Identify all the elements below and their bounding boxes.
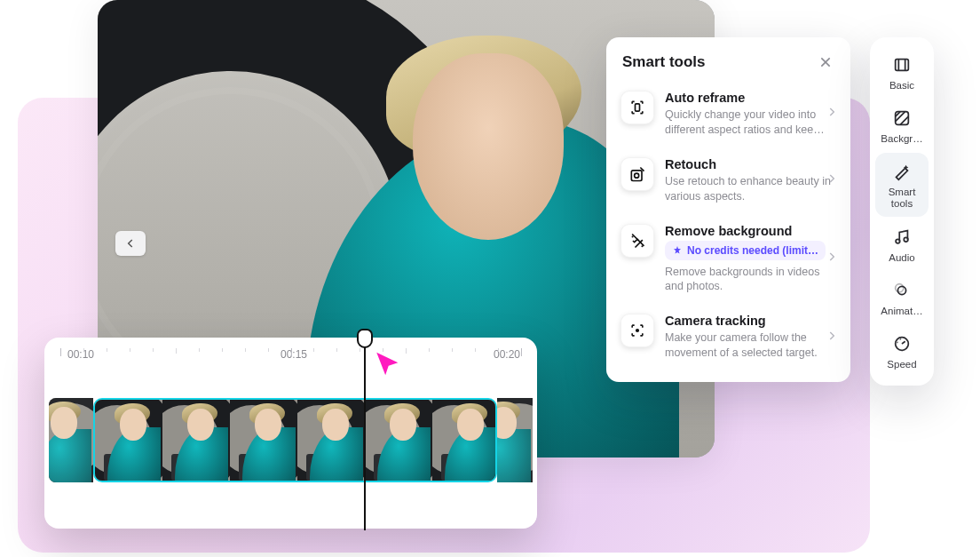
smart-tools-icon [892, 162, 912, 181]
nav-audio[interactable]: Audio [875, 219, 929, 270]
nav-label: Speed [887, 359, 916, 370]
remove-background-icon [620, 224, 654, 258]
right-nav: Basic Backgr… Smart tools Audio Animat… … [870, 37, 934, 386]
svg-rect-7 [631, 171, 642, 181]
auto-reframe-icon [620, 91, 654, 124]
svg-point-14 [896, 240, 900, 244]
clip-thumbnail [432, 400, 497, 481]
background-icon [892, 108, 912, 128]
timeline-ruler[interactable]: 00:10 00:15 00:20 [44, 338, 537, 382]
video-clip[interactable] [93, 398, 497, 482]
panel-title: Smart tools [622, 53, 706, 71]
retouch-icon [620, 157, 654, 191]
nav-basic[interactable]: Basic [875, 46, 929, 98]
timeline-panel: 00:10 00:15 00:20 [44, 338, 537, 529]
svg-point-8 [635, 173, 639, 178]
timeline-track-area[interactable] [44, 398, 537, 487]
smart-tools-panel: Smart tools Auto reframe Quickly change … [606, 37, 850, 382]
clip-thumbnail [230, 400, 297, 481]
svg-point-9 [632, 235, 634, 237]
cursor-pointer-icon [373, 350, 403, 380]
nav-label: Animat… [881, 306, 922, 316]
nav-smart-tools[interactable]: Smart tools [875, 153, 929, 217]
svg-point-11 [636, 329, 639, 332]
camera-tracking-icon [620, 314, 654, 347]
svg-point-15 [904, 238, 908, 243]
tool-camera-tracking[interactable]: Camera tracking Make your camera follow … [619, 305, 838, 370]
badge-text: No credits needed (limit… [687, 244, 818, 257]
nav-animation[interactable]: Animat… [875, 272, 929, 323]
nav-speed[interactable]: Speed [875, 325, 929, 377]
nav-label: Smart tools [877, 187, 927, 210]
no-credits-badge: No credits needed (limit… [665, 241, 826, 260]
tool-retouch[interactable]: Retouch Use retouch to enhance beauty in… [619, 148, 838, 213]
scene-person-head [413, 53, 564, 240]
nav-background[interactable]: Backgr… [875, 99, 929, 151]
tool-title: Camera tracking [665, 314, 836, 328]
tool-title: Auto reframe [665, 91, 836, 105]
basic-icon [892, 55, 912, 75]
animation-icon [892, 281, 912, 300]
clip-thumbnail [297, 400, 365, 481]
nav-label: Audio [889, 252, 914, 263]
chevron-right-icon [826, 172, 838, 188]
svg-rect-12 [896, 60, 909, 71]
clip-thumbnail [95, 400, 162, 481]
tool-description: Quickly change your video into different… [665, 107, 836, 138]
chevron-right-icon [826, 251, 838, 267]
preview-back-button[interactable] [115, 231, 146, 256]
chevron-right-icon [826, 330, 838, 346]
tool-remove-background[interactable]: Remove background No credits needed (lim… [619, 215, 838, 304]
tool-description: Use retouch to enhance beauty in various… [665, 174, 836, 204]
playhead[interactable] [364, 335, 366, 530]
playhead-handle[interactable] [357, 329, 373, 348]
clip-thumbnail [162, 400, 230, 481]
clip-thumbnail [365, 400, 432, 481]
tool-description: Make your camera follow the movement of … [665, 330, 836, 361]
clip-thumbnail [49, 398, 93, 482]
tool-title: Retouch [665, 157, 836, 171]
chevron-right-icon [826, 106, 838, 122]
speed-icon [892, 334, 912, 354]
clip-thumbnail [497, 398, 533, 482]
svg-rect-6 [636, 104, 640, 111]
tool-title: Remove background [665, 224, 836, 238]
audio-icon [892, 227, 912, 247]
nav-label: Backgr… [881, 133, 922, 144]
tool-description: Remove backgrounds in videos and photos. [665, 265, 836, 295]
close-button[interactable] [817, 53, 834, 71]
tool-auto-reframe[interactable]: Auto reframe Quickly change your video i… [619, 82, 838, 147]
nav-label: Basic [889, 80, 914, 91]
svg-point-10 [641, 245, 643, 247]
